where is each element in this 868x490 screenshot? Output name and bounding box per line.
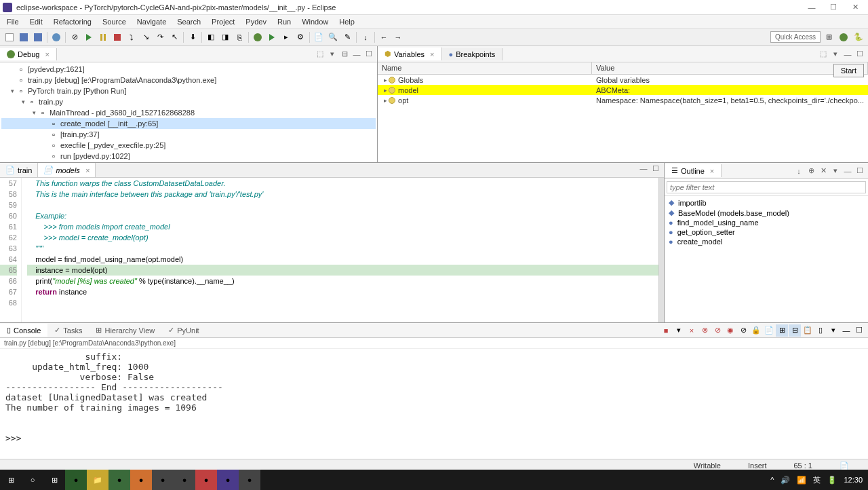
hierarchy-tab[interactable]: ⊞ Hierarchy View bbox=[89, 324, 161, 337]
maximize-button[interactable]: ☐ bbox=[823, 1, 844, 14]
disconnect-button[interactable]: ⤵ bbox=[125, 31, 138, 44]
cortana-icon[interactable]: ○ bbox=[22, 470, 43, 490]
menu-help[interactable]: Help bbox=[334, 16, 360, 27]
console-tb-10[interactable]: ⊞ bbox=[776, 324, 788, 337]
maximize-panel-icon[interactable]: ☐ bbox=[853, 324, 865, 337]
quick-access-input[interactable]: Quick Access bbox=[770, 31, 821, 43]
outline-item[interactable]: ◆importlib bbox=[666, 197, 867, 208]
variable-row[interactable]: ▸optNamespace: Namespace(batch_size=1, b… bbox=[378, 95, 868, 105]
close-icon[interactable]: × bbox=[430, 50, 434, 58]
tray-icon-1[interactable]: ^ bbox=[770, 476, 774, 484]
nav-back-button[interactable]: ← bbox=[377, 31, 391, 44]
console-tb-8[interactable]: 🔒 bbox=[750, 324, 762, 337]
coverage-dropdown[interactable]: ▸ bbox=[279, 31, 293, 44]
console-tb-6[interactable]: ◉ bbox=[724, 324, 736, 337]
console-tab[interactable]: ▯ Console bbox=[0, 324, 47, 337]
debug-tree-item[interactable]: ▫train.py [debug] [e:\ProgramData\Anacon… bbox=[1, 75, 376, 86]
menu-source[interactable]: Source bbox=[97, 16, 132, 27]
editor-tab-models[interactable]: 📄 models × bbox=[38, 163, 96, 177]
debug-perspective-icon[interactable] bbox=[837, 31, 850, 44]
nav-forward-button[interactable]: → bbox=[391, 31, 405, 44]
tool-btn-b[interactable]: ◨ bbox=[218, 31, 232, 44]
vars-header-name[interactable]: Name bbox=[378, 62, 592, 74]
console-output[interactable]: suffix: update_html_freq: 1000 verbose: … bbox=[0, 349, 868, 459]
close-icon[interactable]: × bbox=[710, 167, 714, 175]
menu-search[interactable]: Search bbox=[172, 16, 206, 27]
tool-btn-d[interactable]: 📄 bbox=[312, 31, 326, 44]
taskbar-app-1[interactable]: ● bbox=[65, 470, 87, 490]
variable-row[interactable]: ▸modelABCMeta: bbox=[378, 85, 868, 95]
minimize-editor-icon[interactable]: — bbox=[638, 163, 649, 174]
outline-item[interactable]: ●get_option_setter bbox=[666, 227, 867, 237]
minimize-button[interactable]: — bbox=[802, 1, 822, 14]
task-view-icon[interactable]: ⊞ bbox=[43, 470, 65, 490]
tray-volume-icon[interactable]: 🔊 bbox=[781, 476, 790, 485]
debug-tree[interactable]: ▫ [pydevd.py:1621]▫train.py [debug] [e:\… bbox=[0, 62, 377, 162]
drop-frame-button[interactable]: ⬇ bbox=[186, 31, 199, 44]
taskbar-app-9[interactable]: ● bbox=[239, 470, 260, 490]
breakpoints-tab[interactable]: ● Breakpoints bbox=[442, 48, 503, 60]
variables-tab[interactable]: ⬢ Variables × bbox=[378, 48, 441, 60]
outline-tb-2[interactable]: ⊕ bbox=[806, 166, 816, 176]
perspective-button[interactable]: ⊞ bbox=[822, 31, 835, 44]
outline-item[interactable]: ●find_model_using_name bbox=[666, 218, 867, 227]
console-tb-12[interactable]: 📋 bbox=[802, 324, 814, 337]
editor-tab-train[interactable]: 📄 train bbox=[0, 163, 38, 177]
console-tb-5[interactable]: ⊘ bbox=[711, 324, 724, 337]
outline-list[interactable]: ◆importlib◆BaseModel (models.base_model)… bbox=[665, 196, 868, 322]
tool-btn-a[interactable]: ◧ bbox=[204, 31, 218, 44]
tray-battery-icon[interactable]: 🔋 bbox=[827, 476, 837, 485]
debug-tree-item[interactable]: ▫create_model [__init__.py:65] bbox=[1, 118, 376, 129]
tasks-tab[interactable]: ✓ Tasks bbox=[47, 324, 89, 337]
step-into-button[interactable]: ↘ bbox=[139, 31, 153, 44]
taskbar-app-4[interactable]: ● bbox=[130, 470, 152, 490]
outline-filter-input[interactable] bbox=[667, 181, 866, 193]
vars-toolbar-btn-2[interactable]: ▾ bbox=[830, 49, 841, 60]
tray-ime-icon[interactable]: 英 bbox=[813, 475, 821, 485]
vars-header-value[interactable]: Value bbox=[592, 62, 868, 74]
menu-navigate[interactable]: Navigate bbox=[132, 16, 172, 27]
outline-tb-4[interactable]: ▾ bbox=[830, 166, 841, 176]
debug-tree-item[interactable]: ▫execfile [_pydev_execfile.py:25] bbox=[1, 140, 376, 151]
skip-breakpoints-button[interactable]: ⊘ bbox=[68, 31, 81, 44]
tool-btn-f[interactable]: ✎ bbox=[340, 31, 354, 44]
tool-btn-e[interactable]: 🔍 bbox=[326, 31, 340, 44]
menu-refactoring[interactable]: Refactoring bbox=[48, 16, 97, 27]
terminate-button[interactable] bbox=[111, 31, 124, 44]
menu-pydev[interactable]: Pydev bbox=[240, 16, 272, 27]
save-button[interactable] bbox=[17, 31, 31, 44]
debug-tab[interactable]: Debug × bbox=[0, 48, 57, 60]
console-tb-11[interactable]: ⊟ bbox=[789, 324, 801, 337]
menu-file[interactable]: File bbox=[1, 16, 24, 27]
code-area[interactable]: This function warps the class CustomData… bbox=[22, 178, 658, 322]
menu-project[interactable]: Project bbox=[206, 16, 240, 27]
editor-content[interactable]: 575859606162636465666768 This function w… bbox=[0, 178, 664, 322]
close-icon[interactable]: × bbox=[45, 50, 49, 58]
tool-btn-g[interactable]: ↓ bbox=[359, 31, 372, 44]
console-tb-2[interactable]: ▾ bbox=[673, 324, 685, 337]
menu-run[interactable]: Run bbox=[272, 16, 296, 27]
outline-item[interactable]: ●create_model bbox=[666, 237, 867, 246]
tool-btn-c[interactable]: ⎘ bbox=[233, 31, 246, 44]
line-gutter[interactable]: 575859606162636465666768 bbox=[0, 178, 22, 322]
taskbar-app-6[interactable]: ● bbox=[174, 470, 195, 490]
run-dropdown[interactable] bbox=[265, 31, 279, 44]
variable-row[interactable]: ▸GlobalsGlobal variables bbox=[378, 75, 868, 85]
taskbar-app-3[interactable]: ● bbox=[108, 470, 130, 490]
outline-tab[interactable]: ☰ Outline × bbox=[665, 164, 722, 177]
start-menu-button[interactable]: ⊞ bbox=[0, 470, 22, 490]
maximize-panel-icon[interactable]: ☐ bbox=[854, 166, 865, 176]
debug-toolbar-btn-1[interactable]: ⬚ bbox=[315, 49, 326, 60]
vars-toolbar-btn-1[interactable]: ⬚ bbox=[818, 49, 829, 60]
debug-tree-item[interactable]: ▾▫PyTorch train.py [Python Run] bbox=[1, 86, 376, 96]
console-tb-13[interactable]: ▯ bbox=[814, 324, 827, 337]
taskbar-app-5[interactable]: ● bbox=[152, 470, 174, 490]
taskbar-app-7[interactable]: ● bbox=[195, 470, 217, 490]
external-tools-dropdown[interactable]: ⚙ bbox=[294, 31, 307, 44]
console-tb-clear[interactable]: ⊘ bbox=[737, 324, 749, 337]
minimize-panel-icon[interactable]: — bbox=[842, 49, 853, 60]
debug-tree-item[interactable]: ▫ [pydevd.py:1621] bbox=[1, 64, 376, 75]
outline-tb-1[interactable]: ↓ bbox=[793, 166, 804, 176]
minimize-panel-icon[interactable]: — bbox=[840, 324, 852, 337]
debug-toolbar-btn-3[interactable]: ⊟ bbox=[339, 49, 350, 60]
